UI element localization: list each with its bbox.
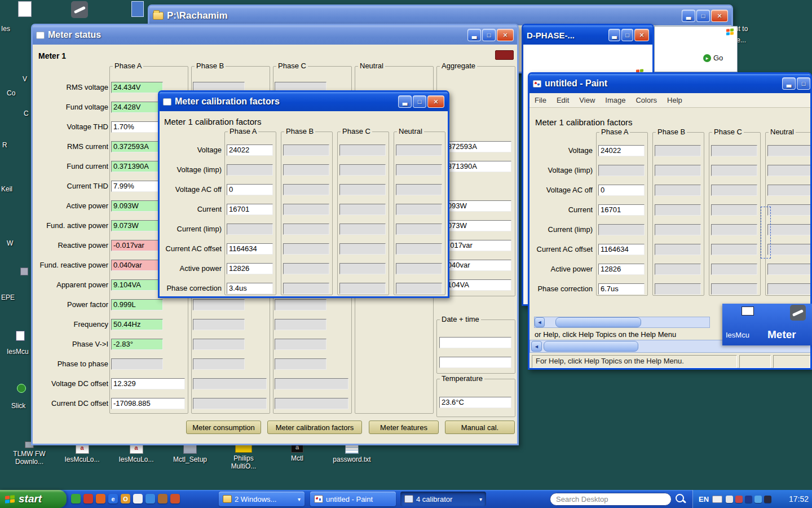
- phase-a-field[interactable]: 12826: [598, 264, 645, 275]
- minimize-button[interactable]: ▃: [682, 10, 695, 22]
- phase-a-field[interactable]: 7.99%: [111, 181, 163, 192]
- phase-a-field[interactable]: 9.104VA: [111, 279, 163, 291]
- desktop-icon-label[interactable]: W: [7, 239, 13, 247]
- phase-c-field[interactable]: [339, 164, 386, 176]
- minimize-button[interactable]: ▃: [467, 29, 481, 41]
- meter-indicator[interactable]: [495, 50, 514, 60]
- maximize-button[interactable]: □: [621, 29, 633, 41]
- meter-button-4[interactable]: Manual cal.: [445, 421, 515, 434]
- phase-b-field[interactable]: [193, 339, 245, 350]
- phase-b-field[interactable]: [193, 319, 245, 330]
- minimize-button[interactable]: ▃: [608, 29, 620, 41]
- phase-a-field[interactable]: 9.093W: [111, 200, 163, 212]
- blue-document-icon[interactable]: [131, 1, 144, 17]
- phase-a-field[interactable]: 1164634: [598, 244, 645, 255]
- neutral-field[interactable]: [396, 184, 442, 195]
- phase-b-field[interactable]: [655, 204, 701, 216]
- neutral-field[interactable]: [767, 165, 812, 176]
- phase-a-field[interactable]: 16701: [598, 204, 645, 216]
- phase-b-field[interactable]: [283, 263, 329, 274]
- phase-a-field[interactable]: -2.83°: [111, 339, 163, 350]
- background-window-fragment[interactable]: IesMcu Meter: [722, 304, 812, 345]
- phase-b-field[interactable]: [193, 299, 245, 310]
- phase-a-field[interactable]: 1164634: [227, 243, 273, 255]
- scroll-left-button[interactable]: ◄: [531, 341, 542, 352]
- close-button[interactable]: ✕: [711, 10, 728, 22]
- desktop-icon-label[interactable]: Keil: [1, 185, 12, 193]
- neutral-field[interactable]: [767, 204, 812, 216]
- phase-b-field[interactable]: [283, 224, 329, 235]
- go-button[interactable]: Go: [703, 54, 723, 62]
- neutral-field[interactable]: [767, 244, 812, 255]
- explorer-titlebar[interactable]: P:\Rachamim ▃ □ ✕: [149, 6, 731, 25]
- phase-a-field[interactable]: 0.999L: [111, 299, 163, 310]
- small-white-icon[interactable]: [16, 331, 25, 341]
- quicklaunch-8-icon[interactable]: [158, 494, 167, 503]
- meter-status-titlebar[interactable]: Meter status ▃ □ ✕: [33, 25, 517, 45]
- phase-c-field[interactable]: [275, 299, 326, 310]
- phase-a-field[interactable]: 24.434V: [111, 82, 163, 93]
- phase-c-field[interactable]: [711, 224, 757, 235]
- desktop-icon-label[interactable]: C: [24, 110, 29, 117]
- phase-b-field[interactable]: [193, 398, 267, 409]
- phase-a-field[interactable]: 12826: [227, 263, 273, 274]
- phase-b-field[interactable]: [283, 204, 329, 215]
- network-icon[interactable]: [745, 496, 752, 503]
- phase-c-field[interactable]: [275, 398, 348, 409]
- phase-b-field[interactable]: [655, 185, 701, 196]
- meter-button-2[interactable]: Meter calibration factors: [267, 421, 362, 434]
- desktop-icon-label[interactable]: V: [23, 75, 27, 83]
- phase-c-field[interactable]: [339, 283, 386, 294]
- start-button[interactable]: start: [0, 490, 67, 508]
- selection-marquee[interactable]: [761, 207, 771, 259]
- st-logo-icon[interactable]: [71, 1, 88, 18]
- phase-b-field[interactable]: [655, 224, 701, 235]
- phase-a-field[interactable]: [227, 164, 273, 176]
- close-button[interactable]: ✕: [497, 29, 514, 41]
- phase-c-field[interactable]: [339, 263, 386, 274]
- language-indicator[interactable]: EN: [699, 495, 709, 503]
- desktop-icon-label[interactable]: IesMcu: [7, 348, 29, 356]
- phase-b-field[interactable]: [283, 164, 329, 176]
- phase-a-field[interactable]: [598, 165, 645, 176]
- neutral-field[interactable]: [767, 264, 812, 275]
- phase-b-field[interactable]: [283, 243, 329, 255]
- phase-a-field[interactable]: 1.70%: [111, 121, 163, 133]
- phase-b-field[interactable]: [283, 144, 329, 156]
- phase-a-field[interactable]: 0.372593A: [111, 141, 163, 152]
- phase-c-field[interactable]: [275, 339, 326, 350]
- phase-b-field[interactable]: [655, 165, 701, 176]
- maximize-button[interactable]: □: [482, 29, 496, 41]
- desktop-icon-label[interactable]: R: [2, 141, 7, 149]
- calibration-titlebar[interactable]: Meter calibration factors ▃ □ ✕: [160, 92, 448, 111]
- taskbar-task-1[interactable]: 2 Windows...▾: [219, 492, 304, 506]
- phase-c-field[interactable]: [711, 165, 757, 176]
- keyboard-icon[interactable]: [712, 496, 722, 503]
- phase-c-field[interactable]: [275, 319, 326, 330]
- phase-c-field[interactable]: [339, 204, 386, 215]
- phase-c-field[interactable]: [339, 224, 386, 235]
- phase-b-field[interactable]: [655, 145, 701, 156]
- desktop-icon-label[interactable]: EPE: [1, 294, 15, 301]
- meter-button-3[interactable]: Meter features: [369, 421, 439, 434]
- taskbar-task-3[interactable]: 4 calibrator▾: [400, 492, 486, 506]
- phase-a-field[interactable]: 24022: [227, 144, 273, 156]
- tray-app-icon[interactable]: [726, 496, 733, 503]
- maximize-button[interactable]: □: [413, 95, 426, 108]
- phase-c-field[interactable]: [275, 358, 326, 370]
- phase-a-field[interactable]: 0: [598, 185, 645, 196]
- phase-a-field[interactable]: 16701: [227, 204, 273, 215]
- aggregate-field[interactable]: 9.093W: [439, 200, 511, 212]
- aggregate-field[interactable]: 0.372593A: [439, 141, 511, 152]
- quicklaunch-5-icon[interactable]: O: [121, 494, 130, 503]
- time-field[interactable]: [439, 357, 511, 368]
- neutral-field[interactable]: [767, 283, 812, 295]
- aggregate-field[interactable]: 9.104VA: [439, 279, 511, 291]
- phase-c-field[interactable]: [711, 185, 757, 196]
- phase-a-field[interactable]: 0.040var: [111, 260, 163, 271]
- small-green-icon[interactable]: [17, 384, 26, 393]
- search-icon[interactable]: [674, 493, 687, 505]
- aggregate-field[interactable]: 0.371390A: [439, 161, 511, 172]
- phase-c-field[interactable]: [711, 204, 757, 216]
- phase-b-field[interactable]: [655, 244, 701, 255]
